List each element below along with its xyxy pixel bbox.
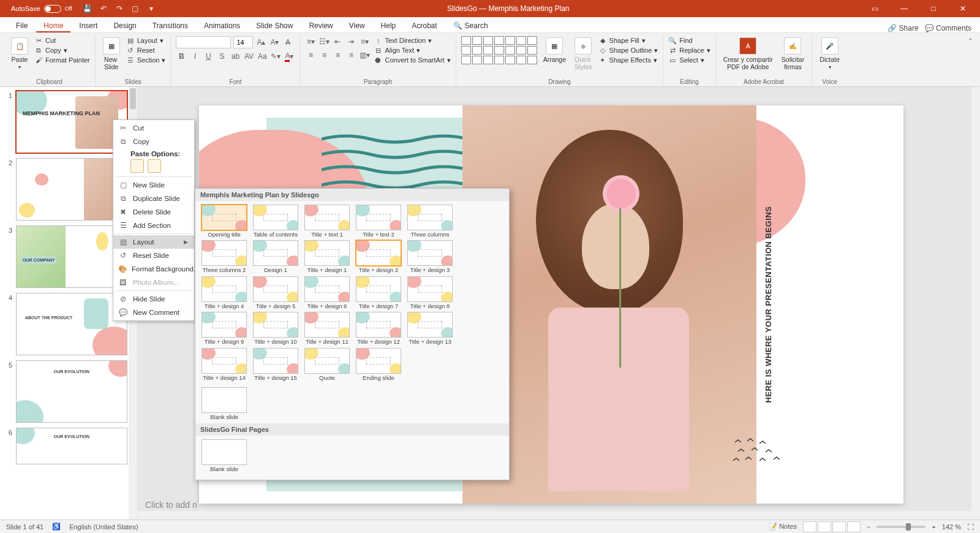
italic-icon[interactable]: I xyxy=(189,51,200,62)
tab-insert[interactable]: Insert xyxy=(72,18,105,32)
language-status[interactable]: English (United States) xyxy=(69,523,138,531)
convert-smartart-button[interactable]: ⬣Convert to SmartArt ▾ xyxy=(374,56,450,64)
quick-styles-button[interactable]: ◆Quick Styles xyxy=(572,36,595,72)
format-painter-button[interactable]: 🖌Format Painter xyxy=(34,56,90,64)
align-text-button[interactable]: ⊟Align Text ▾ xyxy=(374,46,450,55)
tab-transitions[interactable]: Transitions xyxy=(145,18,195,32)
zoom-in-icon[interactable]: + xyxy=(932,523,935,531)
layout-option[interactable]: Title + design 15 xyxy=(252,348,300,381)
normal-view-icon[interactable] xyxy=(803,521,816,532)
ctx-reset-slide[interactable]: ↺Reset Slide xyxy=(113,249,194,262)
text-direction-button[interactable]: ↕Text Direction ▾ xyxy=(374,36,450,45)
clear-format-icon[interactable]: A̶ xyxy=(282,37,293,48)
indent-icon[interactable]: ⇥ xyxy=(345,36,356,47)
redo-icon[interactable]: ↷ xyxy=(115,4,124,13)
highlight-icon[interactable]: ✎▾ xyxy=(270,51,281,62)
slide-thumb-1[interactable]: MEMPHIS MARKETING PLAN xyxy=(16,91,127,153)
layout-option[interactable]: Three columns xyxy=(406,205,454,238)
maximize-icon[interactable]: □ xyxy=(920,0,947,17)
layout-option[interactable]: Title + text 1 xyxy=(303,205,351,238)
tab-design[interactable]: Design xyxy=(106,18,143,32)
layout-option[interactable]: Title + design 13 xyxy=(406,312,454,345)
replace-button[interactable]: ⇄Replace ▾ xyxy=(668,46,710,55)
align-left-icon[interactable]: ≡ xyxy=(305,50,316,61)
slide-thumb-2[interactable] xyxy=(16,158,127,221)
slide-thumb-5[interactable]: OUR EVOLUTION xyxy=(16,360,127,423)
layout-option[interactable]: Title + design 8 xyxy=(406,276,454,309)
canvas-vscroll[interactable] xyxy=(971,87,980,520)
layout-option[interactable]: Design 1 xyxy=(252,240,300,273)
layout-option[interactable]: Title + design 7 xyxy=(355,276,402,309)
bold-icon[interactable]: B xyxy=(176,51,187,62)
ctx-new-slide[interactable]: ▢New Slide xyxy=(113,178,194,192)
ctx-delete-slide[interactable]: ✖Delete Slide xyxy=(113,205,194,219)
tab-animations[interactable]: Animations xyxy=(197,18,247,32)
layout-option[interactable]: Title + design 4 xyxy=(200,276,248,309)
layout-option[interactable]: Title + design 11 xyxy=(303,312,351,345)
paste-picture-icon[interactable] xyxy=(148,159,161,173)
align-right-icon[interactable]: ≡ xyxy=(332,50,343,61)
layout-blank-1[interactable]: Blank slide xyxy=(200,387,248,420)
layout-option[interactable]: Three columns 2 xyxy=(200,240,248,273)
paste-use-destination-icon[interactable] xyxy=(130,159,144,173)
close-icon[interactable]: ✕ xyxy=(949,0,976,17)
sorter-view-icon[interactable] xyxy=(818,521,831,532)
tab-acrobat[interactable]: Acrobat xyxy=(404,18,444,32)
case-icon[interactable]: Aa xyxy=(257,51,268,62)
ctx-hide-slide[interactable]: ⊘Hide Slide xyxy=(113,292,194,306)
ctx-new-comment[interactable]: 💬New Comment xyxy=(113,306,194,319)
slide-thumb-4[interactable]: ABOUT THE PRODUCT xyxy=(16,293,127,355)
new-slide-button[interactable]: ▦New Slide xyxy=(100,36,123,72)
spacing-icon[interactable]: AV xyxy=(243,51,254,62)
save-icon[interactable]: 💾 xyxy=(83,4,92,13)
layout-option[interactable]: Title + design 3 xyxy=(406,240,454,273)
layout-option[interactable]: Title + design 14 xyxy=(200,348,248,381)
copy-button[interactable]: ⧉Copy ▾ xyxy=(34,46,90,55)
minimize-icon[interactable]: — xyxy=(891,0,918,17)
shape-outline-button[interactable]: ◇Shape Outline ▾ xyxy=(598,46,658,55)
slide-thumb-3[interactable]: OUR COMPANY xyxy=(16,225,127,288)
zoom-level[interactable]: 142 % xyxy=(942,523,961,531)
shapes-gallery[interactable] xyxy=(461,36,537,64)
numbering-icon[interactable]: ☷▾ xyxy=(318,36,330,47)
present-icon[interactable]: ▢ xyxy=(131,4,140,13)
arrange-button[interactable]: ▦Arrange xyxy=(541,36,568,64)
tab-view[interactable]: View xyxy=(342,18,372,32)
layout-option[interactable]: Table of contents xyxy=(252,205,300,238)
section-button[interactable]: ☰Section ▾ xyxy=(126,56,166,64)
ctx-layout[interactable]: ▤Layout▶ xyxy=(113,235,194,249)
cut-button[interactable]: ✂Cut xyxy=(34,36,90,45)
qat-dropdown-icon[interactable]: ▾ xyxy=(147,4,156,13)
dedent-icon[interactable]: ⇤ xyxy=(332,36,343,47)
layout-button[interactable]: ▤Layout ▾ xyxy=(126,36,166,45)
layout-option[interactable]: Title + design 5 xyxy=(252,276,300,309)
align-center-icon[interactable]: ≡ xyxy=(318,50,330,61)
select-button[interactable]: ▭Select ▾ xyxy=(668,56,710,64)
dictate-button[interactable]: 🎤Dictate▾ xyxy=(817,36,842,71)
accessibility-icon[interactable]: ♿ xyxy=(52,523,61,531)
autosave-toggle[interactable]: AutoSave Off xyxy=(11,5,72,13)
tell-me-search[interactable]: 🔍Search xyxy=(446,18,496,32)
ctx-format-background[interactable]: 🎨Format Background... xyxy=(113,262,194,276)
notes-toggle[interactable]: 📝 Notes xyxy=(769,523,797,531)
tab-home[interactable]: Home xyxy=(36,18,70,32)
ribbon-options-icon[interactable]: ▭ xyxy=(861,0,888,17)
increase-font-icon[interactable]: A▴ xyxy=(255,37,266,48)
layout-option[interactable]: Title + design 6 xyxy=(303,276,351,309)
layout-option[interactable]: Title + design 1 xyxy=(303,240,351,273)
justify-icon[interactable]: ≡ xyxy=(345,50,356,61)
shape-fill-button[interactable]: ◆Shape Fill ▾ xyxy=(598,36,658,45)
reset-button[interactable]: ↺Reset xyxy=(126,46,166,55)
font-color-icon[interactable]: A▾ xyxy=(284,51,295,62)
ctx-cut[interactable]: ✂Cut xyxy=(113,121,194,135)
bullets-icon[interactable]: ≡▾ xyxy=(305,36,316,47)
layout-option[interactable]: Quote xyxy=(303,348,351,381)
layout-option[interactable]: Opening title xyxy=(200,205,248,238)
tab-file[interactable]: File xyxy=(9,18,35,32)
reading-view-icon[interactable] xyxy=(832,521,846,532)
canvas-hscroll[interactable] xyxy=(138,511,971,520)
strike-icon[interactable]: ab xyxy=(230,51,241,62)
undo-icon[interactable]: ↶ xyxy=(99,4,108,13)
font-size-input[interactable] xyxy=(233,36,253,48)
layout-option[interactable]: Title + design 12 xyxy=(355,312,402,345)
